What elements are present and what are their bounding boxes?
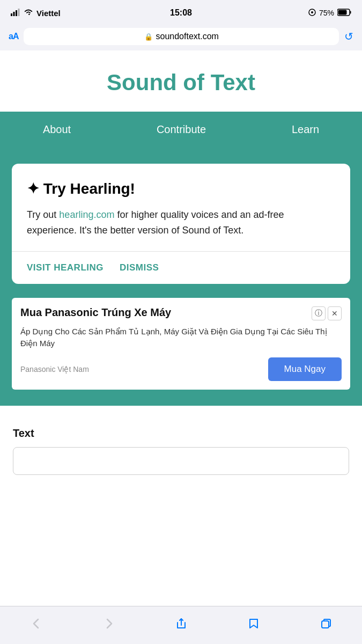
ad-title: Mua Panasonic Trúng Xe Máy	[20, 306, 306, 319]
main-content: ✦ Try Hearling! Try out hearling.com for…	[0, 148, 362, 406]
desc-prefix: Try out	[27, 209, 59, 220]
hearling-description: Try out hearling.com for higher quality …	[27, 207, 335, 238]
nav-bar: About Contribute Learn	[0, 112, 362, 148]
status-right: 75%	[308, 9, 351, 18]
svg-rect-2	[16, 10, 17, 16]
nav-about[interactable]: About	[43, 123, 71, 136]
hearling-card: ✦ Try Hearling! Try out hearling.com for…	[12, 164, 350, 284]
location-icon	[308, 9, 316, 18]
status-time: 15:08	[170, 8, 192, 18]
below-section: Text	[0, 406, 362, 486]
ad-icons: ⓘ ✕	[312, 306, 342, 320]
ad-close-button[interactable]: ✕	[328, 306, 342, 320]
ad-footer: Panasonic Việt Nam Mua Ngay	[20, 357, 342, 381]
back-button[interactable]	[23, 613, 50, 634]
svg-rect-0	[11, 13, 12, 16]
lock-icon: 🔒	[144, 33, 153, 41]
browser-bar: aA 🔒 soundoftext.com ↺	[0, 24, 362, 50]
nav-learn[interactable]: Learn	[292, 123, 319, 136]
share-button[interactable]	[168, 613, 195, 634]
forward-button[interactable]	[95, 613, 122, 634]
svg-rect-1	[13, 12, 15, 16]
svg-rect-7	[350, 11, 351, 13]
ad-top-row: Mua Panasonic Trúng Xe Máy ⓘ ✕	[20, 306, 342, 320]
tabs-button[interactable]	[313, 613, 339, 634]
hearling-link[interactable]: hearling.com	[59, 209, 114, 220]
svg-point-5	[311, 11, 313, 13]
wifi-icon	[24, 9, 33, 18]
site-header: Sound of Text	[0, 50, 362, 112]
site-title: Sound of Text	[11, 70, 351, 96]
ad-description: Áp Dụng Cho Các Sản Phẩm Tủ Lạnh, Máy Gi…	[20, 326, 342, 350]
svg-rect-8	[338, 10, 347, 14]
hearling-card-footer: VISIT HEARLING DISMISS	[12, 251, 350, 284]
ad-brand: Panasonic Việt Nam	[20, 365, 89, 374]
hearling-title-text: Try Hearling!	[43, 180, 135, 197]
visit-hearling-button[interactable]: VISIT HEARLING	[27, 262, 104, 273]
text-input[interactable]	[13, 447, 349, 475]
url-text: soundoftext.com	[156, 32, 219, 41]
dismiss-button[interactable]: DISMISS	[120, 262, 159, 273]
svg-rect-3	[18, 9, 20, 16]
signal-icon	[11, 9, 20, 18]
sparkle-icon: ✦	[27, 180, 39, 197]
status-left: Viettel	[11, 9, 61, 18]
svg-rect-10	[322, 621, 329, 628]
ad-info-button[interactable]: ⓘ	[312, 306, 326, 320]
carrier-label: Viettel	[36, 9, 61, 18]
hearling-card-body: ✦ Try Hearling! Try out hearling.com for…	[12, 164, 350, 251]
bookmarks-button[interactable]	[240, 613, 267, 634]
hearling-title: ✦ Try Hearling!	[27, 180, 335, 197]
status-bar: Viettel 15:08 75%	[0, 0, 362, 24]
text-label: Text	[13, 427, 349, 440]
text-size-button[interactable]: aA	[9, 32, 18, 41]
bottom-bar	[0, 606, 362, 644]
battery-percent: 75%	[319, 9, 334, 17]
ad-container: Mua Panasonic Trúng Xe Máy ⓘ ✕ Áp Dụng C…	[12, 298, 350, 390]
ad-cta-button[interactable]: Mua Ngay	[268, 357, 342, 381]
battery-icon	[337, 9, 351, 18]
refresh-button[interactable]: ↺	[344, 30, 353, 43]
url-bar[interactable]: 🔒 soundoftext.com	[24, 28, 339, 45]
nav-contribute[interactable]: Contribute	[157, 123, 206, 136]
